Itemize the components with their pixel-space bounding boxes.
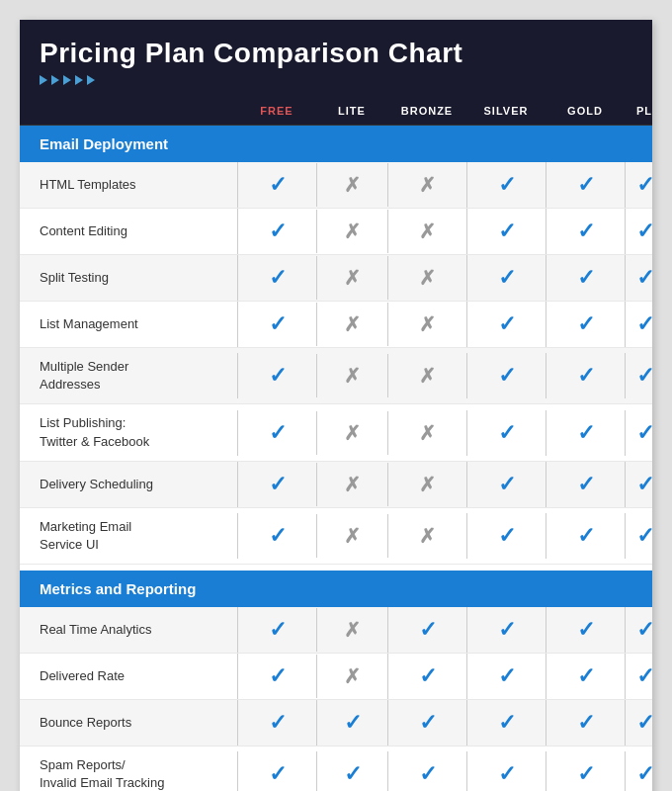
check-icon: ✓ [269,617,287,643]
col-lite: LITE [316,105,387,117]
check-icon: ✓ [419,663,437,689]
feature-name: Real Time Analytics [20,611,237,649]
cell-bronze: ✗ [387,256,466,300]
cross-icon: ✗ [419,220,436,243]
cell-silver: ✓ [466,162,546,208]
pricing-card: Pricing Plan Comparison Chart FREE LITE … [20,20,652,791]
cell-bronze: ✓ [387,607,466,653]
check-icon: ✓ [269,420,287,446]
check-icon: ✓ [419,617,437,643]
check-icon: ✓ [577,265,595,291]
col-free: FREE [237,105,316,117]
check-icon: ✓ [577,172,595,198]
cell-bronze: ✗ [387,411,466,455]
check-icon: ✓ [636,710,653,736]
check-icon: ✓ [269,363,287,389]
table-row: Delivery Scheduling✓✗✗✓✓✓ [20,462,652,508]
cell-free: ✓ [237,255,316,301]
cell-plus: ✓ [625,654,652,699]
cross-icon: ✗ [344,421,361,445]
cell-plus: ✓ [625,353,652,398]
check-icon: ✓ [498,523,516,549]
col-gold: GOLD [546,105,625,117]
col-feature [20,105,237,117]
cell-plus: ✓ [625,751,652,791]
arrow-5[interactable] [87,75,95,85]
check-icon: ✓ [636,523,653,549]
cell-silver: ✓ [466,462,546,507]
cell-lite: ✗ [316,655,387,698]
cell-bronze: ✗ [387,514,466,558]
cell-bronze: ✗ [387,463,466,506]
cell-plus: ✓ [625,410,652,456]
arrow-4[interactable] [75,75,83,85]
cross-icon: ✗ [419,473,436,496]
cell-bronze: ✗ [387,163,466,207]
check-icon: ✓ [577,761,595,787]
check-icon: ✓ [269,663,287,689]
cell-gold: ✓ [546,302,625,347]
cell-free: ✓ [237,462,316,507]
cross-icon: ✗ [344,220,361,243]
check-icon: ✓ [636,761,653,787]
cross-icon: ✗ [344,173,361,197]
table-row: Multiple Sender Addresses✓✗✗✓✓✓ [20,348,652,404]
cell-free: ✓ [237,607,316,653]
table-row: Delivered Rate✓✗✓✓✓✓ [20,654,652,700]
cell-bronze: ✓ [387,751,466,791]
cross-icon: ✗ [344,266,361,290]
check-icon: ✓ [269,311,287,337]
check-icon: ✓ [344,761,362,787]
cell-gold: ✓ [546,410,625,456]
navigation-arrows [40,75,632,85]
check-icon: ✓ [498,420,516,446]
cell-gold: ✓ [546,255,625,301]
feature-name: Delivery Scheduling [20,466,237,503]
check-icon: ✓ [269,710,287,736]
cross-icon: ✗ [344,524,361,548]
arrow-1[interactable] [40,75,47,85]
table-row: Real Time Analytics✓✗✓✓✓✓ [20,607,652,654]
feature-name: Marketing Email Service UI [20,508,237,564]
table-row: Content Editing✓✗✗✓✓✓ [20,209,652,255]
cell-lite: ✗ [316,210,387,253]
table-row: Spam Reports/ Invalid Email Tracking✓✓✓✓… [20,747,652,791]
cell-gold: ✓ [546,654,625,699]
check-icon: ✓ [636,311,653,337]
check-icon: ✓ [577,663,595,689]
arrow-3[interactable] [63,75,71,85]
cell-silver: ✓ [466,353,546,398]
cell-free: ✓ [237,162,316,208]
check-icon: ✓ [269,265,287,291]
check-icon: ✓ [577,363,595,389]
check-icon: ✓ [636,617,653,643]
table-row: Marketing Email Service UI✓✗✗✓✓✓ [20,508,652,565]
header: Pricing Plan Comparison Chart [20,20,652,97]
arrow-2[interactable] [51,75,59,85]
cross-icon: ✗ [419,421,436,445]
cell-lite: ✗ [316,303,387,346]
column-headers: FREE LITE BRONZE SILVER GOLD PL [20,97,652,126]
cell-silver: ✓ [466,700,546,746]
check-icon: ✓ [636,265,653,291]
section-header-email-deployment: Email Deployment [20,126,652,162]
cell-lite: ✓ [316,700,387,746]
feature-name: Multiple Sender Addresses [20,348,237,403]
cross-icon: ✗ [344,473,361,496]
check-icon: ✓ [498,761,516,787]
cell-silver: ✓ [466,513,546,559]
cell-lite: ✗ [316,514,387,558]
cell-lite: ✗ [316,463,387,506]
check-icon: ✓ [577,472,595,497]
check-icon: ✓ [419,710,437,736]
check-icon: ✓ [577,710,595,736]
cell-bronze: ✓ [387,654,466,699]
check-icon: ✓ [577,311,595,337]
cell-bronze: ✓ [387,700,466,746]
feature-name: HTML Templates [20,166,237,204]
check-icon: ✓ [636,363,653,389]
check-icon: ✓ [344,710,362,736]
feature-name: Content Editing [20,213,237,250]
table-row: Bounce Reports✓✓✓✓✓✓ [20,700,652,747]
cell-plus: ✓ [625,607,652,653]
